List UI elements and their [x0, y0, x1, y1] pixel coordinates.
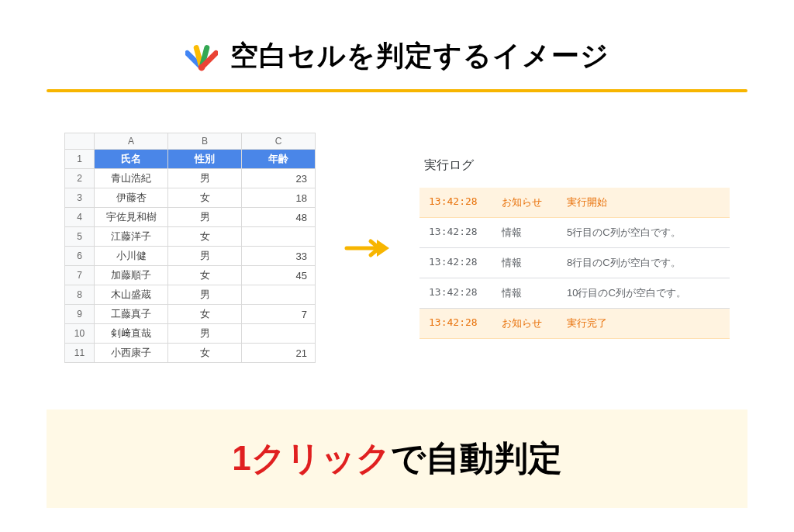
banner-highlight: 1クリック: [232, 439, 390, 477]
cell: 工藤真子: [95, 305, 168, 324]
cell: 48: [242, 208, 316, 227]
cell: 男: [168, 285, 242, 305]
cell: 男: [168, 169, 242, 188]
row-header: 11: [65, 344, 95, 363]
row-header: 9: [65, 305, 95, 324]
log-time: 13:42:28: [429, 195, 483, 209]
cell: 女: [168, 266, 242, 285]
cell: 33: [242, 247, 316, 266]
col-header: A: [95, 133, 168, 150]
col-header: C: [242, 133, 316, 150]
spreadsheet-table: A B C 1 氏名 性別 年齢 2青山浩紀男23 3伊藤杏女18 4宇佐見和樹…: [64, 133, 316, 363]
cell: 男: [168, 247, 242, 266]
row-header: 1: [65, 150, 95, 169]
cell: 女: [168, 227, 242, 247]
page-title-row: 空白セルを判定するイメージ: [0, 37, 794, 75]
log-msg: 10行目のC列が空白です。: [567, 286, 720, 300]
sheet-corner: [65, 133, 95, 150]
cell: 女: [168, 344, 242, 363]
apps-script-logo-icon: [185, 40, 218, 73]
cell: [242, 285, 316, 305]
arrow-right-icon: [340, 237, 395, 260]
log-entry: 13:42:28 情報 10行目のC列が空白です。: [419, 278, 730, 309]
log-time: 13:42:28: [429, 226, 483, 240]
cell: 女: [168, 188, 242, 208]
log-time: 13:42:28: [429, 256, 483, 270]
page-title: 空白セルを判定するイメージ: [230, 37, 609, 75]
header-cell: 年齢: [242, 150, 316, 169]
cell: 21: [242, 344, 316, 363]
cell: 小川健: [95, 247, 168, 266]
cell: 宇佐見和樹: [95, 208, 168, 227]
cell: 加藤順子: [95, 266, 168, 285]
log-tag: お知らせ: [502, 316, 548, 330]
log-msg: 実行開始: [567, 195, 720, 209]
title-underline: [47, 89, 747, 92]
log-msg: 実行完了: [567, 316, 720, 330]
cell: 23: [242, 169, 316, 188]
log-entry: 13:42:28 情報 8行目のC列が空白です。: [419, 248, 730, 278]
header-cell: 氏名: [95, 150, 168, 169]
content-row: A B C 1 氏名 性別 年齢 2青山浩紀男23 3伊藤杏女18 4宇佐見和樹…: [0, 133, 794, 363]
log-time: 13:42:28: [429, 316, 483, 330]
cell: 木山盛蔵: [95, 285, 168, 305]
cell: 青山浩紀: [95, 169, 168, 188]
row-header: 7: [65, 266, 95, 285]
cell: 伊藤杏: [95, 188, 168, 208]
cell: 18: [242, 188, 316, 208]
col-header: B: [168, 133, 242, 150]
log-entry: 13:42:28 お知らせ 実行開始: [419, 188, 730, 218]
log-entry: 13:42:28 お知らせ 実行完了: [419, 309, 730, 339]
header-cell: 性別: [168, 150, 242, 169]
log-title: 実行ログ: [419, 157, 730, 174]
banner: 1クリックで自動判定: [47, 409, 747, 508]
log-msg: 5行目のC列が空白です。: [567, 226, 720, 240]
log-msg: 8行目のC列が空白です。: [567, 256, 720, 270]
cell: 女: [168, 305, 242, 324]
row-header: 5: [65, 227, 95, 247]
cell: 45: [242, 266, 316, 285]
cell: 小西康子: [95, 344, 168, 363]
row-header: 4: [65, 208, 95, 227]
svg-point-4: [198, 64, 205, 71]
row-header: 8: [65, 285, 95, 305]
cell: 7: [242, 305, 316, 324]
row-header: 10: [65, 324, 95, 344]
cell: 男: [168, 208, 242, 227]
log-tag: 情報: [502, 256, 548, 270]
log-entry: 13:42:28 情報 5行目のC列が空白です。: [419, 218, 730, 248]
cell: 男: [168, 324, 242, 344]
row-header: 3: [65, 188, 95, 208]
log-tag: 情報: [502, 286, 548, 300]
log-tag: 情報: [502, 226, 548, 240]
cell: 剣﨑直哉: [95, 324, 168, 344]
svg-marker-5: [377, 240, 389, 257]
execution-log: 実行ログ 13:42:28 お知らせ 実行開始 13:42:28 情報 5行目の…: [419, 157, 730, 339]
row-header: 2: [65, 169, 95, 188]
log-time: 13:42:28: [429, 286, 483, 300]
cell: [242, 227, 316, 247]
cell: 江藤洋子: [95, 227, 168, 247]
log-tag: お知らせ: [502, 195, 548, 209]
row-header: 6: [65, 247, 95, 266]
cell: [242, 324, 316, 344]
banner-rest: で自動判定: [391, 439, 562, 477]
